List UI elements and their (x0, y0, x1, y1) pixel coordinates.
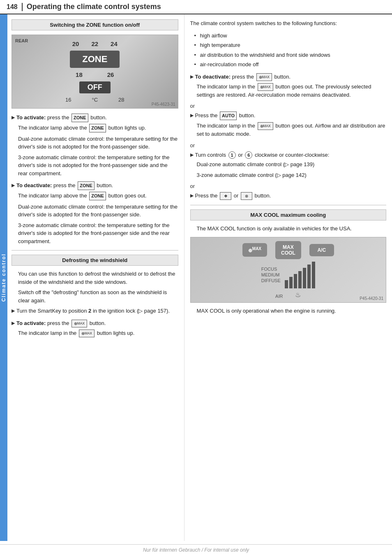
main-content: Climate control Switching the ZONE funct… (0, 14, 392, 541)
arrow-icon-3: ▶ (12, 307, 15, 315)
activate-arrow-item: ▶ To activate: press the ZONE button. (12, 114, 178, 122)
right-deactivate-arrow: ▶ To deactivate: press the ⊕MAX button. (190, 73, 386, 81)
dist-btn-1: ❖ (220, 192, 231, 200)
activate-dual-zone: Dual-zone automatic climate control: the… (18, 135, 178, 151)
press-auto-arrow: ▶ Press the AUTO button. (190, 111, 386, 120)
zone-btn-inline-2: ZONE (89, 192, 106, 200)
max-cool-btn-ac: A/C (309, 244, 334, 256)
max-cool-image-code: P45-4420-31 (360, 296, 383, 301)
deactivate-three-zone: 3-zone automatic climate control: the te… (18, 221, 178, 246)
image-code: P45-4623-31 (152, 102, 175, 107)
max-cool-intro: The MAX COOL function is only available … (197, 225, 386, 233)
deactivate-block: ▶ To deactivate: press the ZONE button. … (12, 181, 178, 245)
rear-label: REAR (15, 38, 28, 43)
max-cool-title: MAX COOL maximum cooling (190, 209, 386, 220)
max-btn-2: ⊕MAX (79, 330, 95, 337)
max-cool-btn-max: ⊕MAX (242, 243, 267, 257)
right-deactivate-label: To deactivate: (195, 74, 231, 80)
zone-numbers-2: 18 26 (76, 71, 114, 78)
defrost-intro2: Switch off the "defrosting" function as … (18, 288, 178, 304)
deactivate-dual-zone: Dual-zone automatic climate control: the… (18, 203, 178, 219)
turn-dual-zone: Dual-zone automatic climate control (▷ p… (197, 160, 386, 169)
page-number: 148 (7, 3, 18, 11)
max-cool-btn-maxcool: MAXCOOL (275, 241, 301, 259)
arrow-icon-4: ▶ (12, 320, 15, 327)
max-cool-bot-row: AIR ♨ (275, 291, 301, 299)
arrow-icon-5: ▶ (190, 73, 194, 81)
bar-1 (285, 280, 288, 288)
turn-three-zone: 3-zone automatic climate control (▷ page… (197, 171, 386, 179)
deactivate-label: To deactivate: (16, 182, 52, 188)
max-btn-3: ⊕MAX (256, 73, 272, 81)
content-area: Switching the ZONE function on/off REAR … (7, 14, 392, 541)
bar-5 (303, 268, 306, 288)
control-6: 6 (245, 151, 252, 159)
defrost-step1-arrow: ▶ Turn the SmartKey to position 2 in the… (12, 307, 178, 315)
zone-btn-deactivate: ZONE (78, 181, 95, 190)
zone-btn-activate: ZONE (71, 114, 88, 122)
activate-three-zone: 3-zone automatic climate control: the te… (18, 153, 178, 178)
header-divider (22, 3, 23, 11)
press-auto-sub: The indicator lamp in the ⊕MAX button go… (197, 122, 386, 138)
zone-display: ZONE (70, 51, 120, 68)
page-title: Operating the climate control systems (27, 2, 161, 11)
max-cool-mid-row: FOCUS MEDIUM DIFFUSE (261, 262, 315, 288)
deactivate-sub1: The indicator lamp above the ZONE button… (18, 192, 178, 200)
bullet-item-3: air distribution to the windshield and f… (194, 51, 386, 59)
activate-block: ▶ To activate: press the ZONE button. Th… (12, 114, 178, 177)
bullet-list: high airflow high temperature air distri… (194, 32, 386, 69)
defrost-step2-arrow: ▶ To activate: press the ⊕MAX button. (12, 319, 178, 327)
zone-image: REAR 20 22 24 ZONE 18 26 OFF 16 (12, 35, 178, 109)
or-2: or (190, 142, 386, 149)
sidebar-label: Climate control (1, 253, 7, 302)
max-cool-image: ⊕MAX MAXCOOL A/C FOCUS MEDIUM DIFFUSE (190, 237, 386, 303)
defrost-intro1: You can use this function to defrost the… (18, 270, 178, 286)
press-auto-block: ▶ Press the AUTO button. The indicator l… (190, 111, 386, 138)
bar-6 (307, 265, 311, 288)
max-btn-5: ⊕MAX (258, 122, 273, 130)
control-1: 1 (228, 151, 236, 159)
zone-numbers: 20 22 24 (72, 40, 118, 47)
bar-7 (312, 262, 315, 288)
right-deactivate-block: ▶ To deactivate: press the ⊕MAX button. … (190, 73, 386, 99)
dist-btn-2: ⊗ (241, 192, 252, 200)
zone-image-inner: REAR 20 22 24 ZONE 18 26 OFF 16 (12, 35, 178, 108)
arrow-icon-2: ▶ (12, 182, 15, 190)
zone-temp-row: 16 °C 28 (65, 97, 125, 103)
max-cool-outro: MAX COOL is only operational when the en… (197, 307, 386, 315)
zone-off-display: OFF (79, 81, 111, 93)
bar-4 (298, 271, 302, 288)
turn-controls-block: ▶ Turn controls 1 or 6 clockwise or coun… (190, 151, 386, 179)
deactivate-arrow-item: ▶ To deactivate: press the ZONE button. (12, 181, 178, 190)
bullet-item-4: air-recirculation mode off (194, 60, 386, 69)
max-cool-divider (190, 205, 386, 205)
recirculation-icon: ♨ (295, 291, 301, 299)
left-column: Switching the ZONE function on/off REAR … (7, 14, 184, 541)
bullet-item-2: high temperature (194, 41, 386, 49)
air-label: AIR (275, 294, 283, 299)
arrow-icon-7: ▶ (190, 151, 194, 159)
max-cool-bars (285, 262, 315, 288)
right-intro-text: The climate control system switches to t… (190, 20, 337, 26)
right-intro: The climate control system switches to t… (190, 19, 386, 28)
defrost-section-title: Defrosting the windshield (12, 255, 178, 266)
right-column: The climate control system switches to t… (184, 14, 392, 541)
activate-label: To activate: (16, 114, 46, 121)
bar-3 (294, 274, 297, 288)
focus-label: FOCUS MEDIUM DIFFUSE (261, 267, 281, 283)
max-cool-top-row: ⊕MAX MAXCOOL A/C (242, 241, 334, 259)
max-btn-1: ⊕MAX (71, 320, 87, 327)
defrost-step2: ▶ To activate: press the ⊕MAX button. Th… (12, 319, 178, 337)
zone-btn-inline: ZONE (89, 124, 106, 132)
auto-btn: AUTO (220, 111, 237, 120)
sidebar-bar: Climate control (0, 14, 7, 541)
right-deactivate-sub: The indicator lamp in the ⊕MAX button go… (197, 83, 386, 99)
press-btn-block: ▶ Press the ❖ or ⊗ button. (190, 192, 386, 200)
footer-text: Nur für internen Gebrauch / For internal… (143, 547, 249, 553)
section-divider (12, 250, 178, 251)
zone-section-title: Switching the ZONE function on/off (12, 19, 178, 30)
activate-sub1: The indicator lamp above the ZONE button… (18, 124, 178, 132)
max-btn-4: ⊕MAX (258, 83, 273, 91)
arrow-icon-6: ▶ (190, 112, 194, 120)
or-1: or (190, 103, 386, 109)
